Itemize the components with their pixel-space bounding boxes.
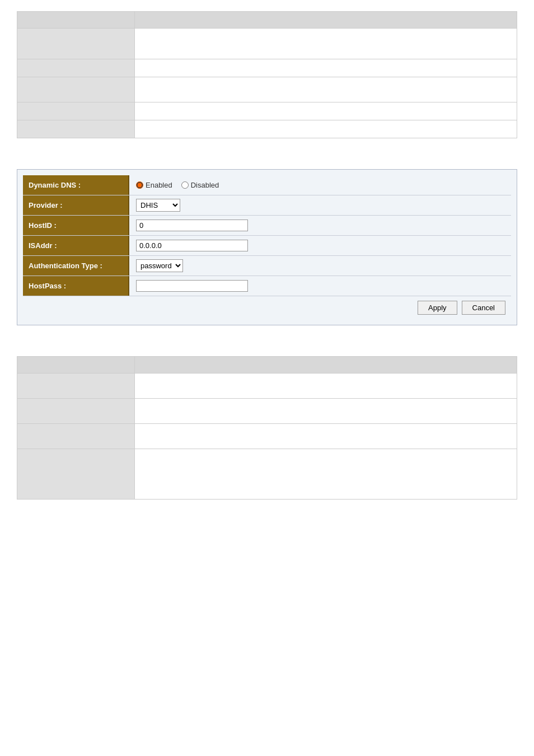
table-row <box>17 374 517 399</box>
auth-type-value: password certificate <box>129 257 511 274</box>
top-info-table <box>17 11 517 138</box>
bottom-table-cell-value-1 <box>135 374 517 399</box>
hostid-label: HostID : <box>23 216 129 235</box>
hostpass-input[interactable] <box>136 280 248 292</box>
auth-type-label: Authentication Type : <box>23 256 129 276</box>
top-table-cell-label-1 <box>17 29 135 59</box>
isaddr-label: ISAddr : <box>23 236 129 255</box>
bottom-table-col-b-header <box>135 357 517 374</box>
bottom-info-table <box>17 356 517 500</box>
dynamic-dns-row: Dynamic DNS : Enabled Disabled <box>23 175 511 195</box>
hostpass-row: HostPass : <box>23 276 511 296</box>
dynamic-dns-form: Dynamic DNS : Enabled Disabled Provider … <box>17 169 517 325</box>
table-row <box>17 399 517 424</box>
bottom-table-cell-value-2 <box>135 399 517 424</box>
top-table-cell-label-5 <box>17 120 135 138</box>
dynamic-dns-label: Dynamic DNS : <box>23 175 129 195</box>
bottom-table-cell-value-3 <box>135 424 517 449</box>
isaddr-row: ISAddr : <box>23 236 511 256</box>
auth-type-select[interactable]: password certificate <box>136 259 183 272</box>
table-row <box>17 29 517 59</box>
top-table-cell-value-5 <box>135 120 517 138</box>
dynamic-dns-radio-group: Enabled Disabled <box>136 181 219 189</box>
provider-label: Provider : <box>23 195 129 215</box>
dynamic-dns-value: Enabled Disabled <box>129 179 511 192</box>
top-table-cell-value-3 <box>135 77 517 102</box>
dynamic-dns-disabled-option[interactable]: Disabled <box>181 181 219 189</box>
provider-select[interactable]: DHIS DynDNS No-IP <box>136 199 180 212</box>
dynamic-dns-disabled-label: Disabled <box>191 181 219 189</box>
provider-row: Provider : DHIS DynDNS No-IP <box>23 195 511 216</box>
bottom-table-cell-value-4 <box>135 449 517 500</box>
dynamic-dns-disabled-radio[interactable] <box>181 181 189 189</box>
top-table-cell-value-4 <box>135 102 517 120</box>
bottom-table-col-a-header <box>17 357 135 374</box>
bottom-table-header-row <box>17 357 517 374</box>
form-buttons: Apply Cancel <box>23 296 511 319</box>
bottom-table-cell-label-3 <box>17 424 135 449</box>
table-header-row <box>17 12 517 29</box>
hostpass-value <box>129 278 511 294</box>
dynamic-dns-enabled-radio[interactable] <box>136 181 143 189</box>
provider-value: DHIS DynDNS No-IP <box>129 197 511 214</box>
cancel-button[interactable]: Cancel <box>462 301 505 315</box>
auth-type-row: Authentication Type : password certifica… <box>23 256 511 276</box>
isaddr-input[interactable] <box>136 240 248 251</box>
top-table-col-b-header <box>135 12 517 29</box>
top-table-col-a-header <box>17 12 135 29</box>
hostid-row: HostID : <box>23 216 511 236</box>
top-table-cell-label-2 <box>17 59 135 77</box>
isaddr-value <box>129 237 511 254</box>
table-row <box>17 77 517 102</box>
bottom-table-cell-label-1 <box>17 374 135 399</box>
table-row <box>17 59 517 77</box>
top-table-cell-label-3 <box>17 77 135 102</box>
top-table-cell-label-4 <box>17 102 135 120</box>
top-table-cell-value-1 <box>135 29 517 59</box>
apply-button[interactable]: Apply <box>418 301 457 315</box>
table-row <box>17 102 517 120</box>
table-row <box>17 449 517 500</box>
bottom-table-cell-label-4 <box>17 449 135 500</box>
hostpass-label: HostPass : <box>23 276 129 296</box>
table-row <box>17 424 517 449</box>
hostid-input[interactable] <box>136 220 248 231</box>
bottom-table-cell-label-2 <box>17 399 135 424</box>
table-row <box>17 120 517 138</box>
dynamic-dns-enabled-label: Enabled <box>146 181 172 189</box>
hostid-value <box>129 217 511 234</box>
top-table-cell-value-2 <box>135 59 517 77</box>
dynamic-dns-enabled-option[interactable]: Enabled <box>136 181 172 189</box>
